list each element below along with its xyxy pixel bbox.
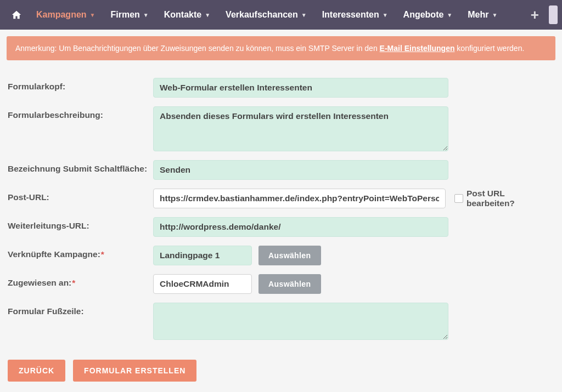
label-edit-post-url: Post URL bearbeiten? xyxy=(467,189,554,208)
plus-icon[interactable]: + xyxy=(525,7,544,24)
label-form-description: Formularbeschreibung: xyxy=(8,106,153,120)
checkbox-edit-post-url[interactable] xyxy=(454,194,463,203)
input-related-campaign[interactable] xyxy=(153,246,252,265)
button-select-campaign[interactable]: Auswählen xyxy=(258,246,321,265)
chevron-down-icon: ▼ xyxy=(301,12,307,18)
label-submit-button: Bezeichnung Submit Schaltfläche: xyxy=(8,160,153,174)
search-input[interactable] xyxy=(549,5,558,24)
alert-text-suffix: konfiguriert werden. xyxy=(454,44,524,53)
label-form-header: Formularkopf: xyxy=(8,78,153,92)
nav-mehr[interactable]: Mehr ▼ xyxy=(460,0,505,30)
textarea-form-footer[interactable] xyxy=(153,303,448,340)
chevron-down-icon: ▼ xyxy=(205,12,210,18)
action-buttons: Zurück Formular Erstellen xyxy=(0,356,562,392)
chevron-down-icon: ▼ xyxy=(492,12,498,18)
button-select-assigned[interactable]: Auswählen xyxy=(258,274,321,294)
chevron-down-icon: ▼ xyxy=(90,12,95,18)
nav-angebote[interactable]: Angebote ▼ xyxy=(396,0,460,30)
input-form-header[interactable] xyxy=(153,78,448,98)
input-submit-button[interactable] xyxy=(153,160,448,180)
nav-kampagnen[interactable]: Kampagnen ▼ xyxy=(29,0,103,30)
label-form-footer: Formular Fußzeile: xyxy=(8,303,153,316)
textarea-form-description[interactable] xyxy=(153,106,448,151)
create-form-button[interactable]: Formular Erstellen xyxy=(73,360,196,382)
input-redirect-url[interactable] xyxy=(153,217,448,237)
nav-label: Firmen xyxy=(110,10,139,20)
chevron-down-icon: ▼ xyxy=(383,12,388,18)
nav-verkaufschancen[interactable]: Verkaufschancen ▼ xyxy=(218,0,314,30)
label-assigned-to: Zugewiesen an:* xyxy=(8,274,153,288)
alert-text-prefix: Anmerkung: Um Benachrichtigungen über Zu… xyxy=(15,44,380,53)
nav-kontakte[interactable]: Kontakte ▼ xyxy=(156,0,218,30)
chevron-down-icon: ▼ xyxy=(447,12,452,18)
top-navbar: Kampagnen ▼ Firmen ▼ Kontakte ▼ Verkaufs… xyxy=(0,0,562,30)
nav-interessenten[interactable]: Interessenten ▼ xyxy=(314,0,396,30)
input-assigned-to[interactable] xyxy=(153,274,252,294)
smtp-warning-alert: Anmerkung: Um Benachrichtigungen über Zu… xyxy=(7,36,555,60)
nav-label: Kontakte xyxy=(164,10,201,20)
back-button[interactable]: Zurück xyxy=(8,360,65,382)
chevron-down-icon: ▼ xyxy=(143,12,149,18)
nav-label: Kampagnen xyxy=(36,10,87,20)
nav-label: Mehr xyxy=(468,10,488,20)
label-related-campaign: Verknüpfte Kampagne:* xyxy=(8,246,153,259)
label-redirect-url: Weiterleitungs-URL: xyxy=(8,217,153,231)
nav-label: Verkaufschancen xyxy=(226,10,298,20)
nav-label: Interessenten xyxy=(322,10,379,20)
webform-settings: Formularkopf: Formularbeschreibung: Beze… xyxy=(0,67,562,356)
nav-firmen[interactable]: Firmen ▼ xyxy=(103,0,156,30)
nav-label: Angebote xyxy=(403,10,444,20)
home-icon[interactable] xyxy=(4,10,29,20)
email-settings-link[interactable]: E-Mail Einstellungen xyxy=(380,44,455,53)
label-post-url: Post-URL: xyxy=(8,189,153,202)
input-post-url[interactable] xyxy=(153,189,446,208)
